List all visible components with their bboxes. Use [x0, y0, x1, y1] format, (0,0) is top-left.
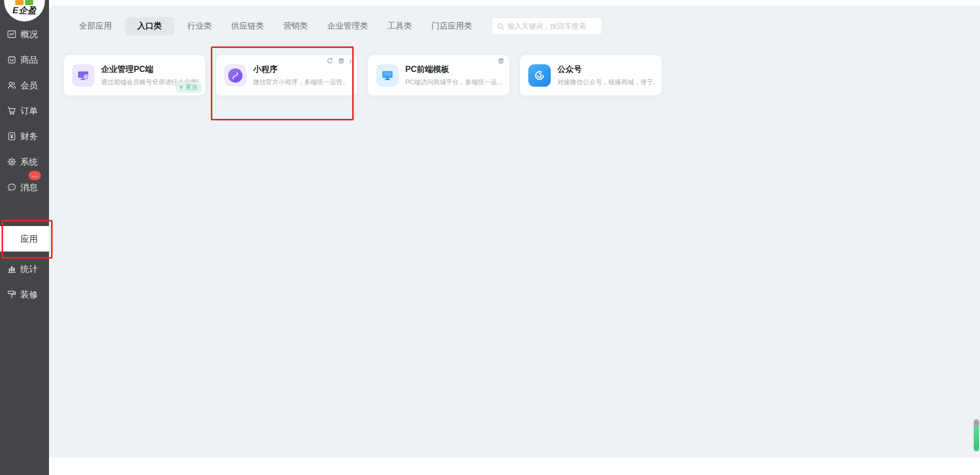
official-account-app-icon — [528, 64, 551, 87]
tab-store-apps-category[interactable]: 门店应用类 — [425, 17, 478, 35]
music-note-icon[interactable]: ♪ — [349, 58, 353, 64]
mini-program-logo-circle — [228, 68, 242, 83]
app-card-mini-program[interactable]: ♪ 小程序 微信官方小程序，多端统一运营。 — [216, 55, 357, 95]
sidebar-item-stats[interactable]: 统计 — [0, 256, 49, 282]
sidebar-item-label: 商品 — [20, 54, 38, 66]
sidebar-item-apps[interactable]: 应用 — [0, 226, 49, 252]
sidebar: E企盈 概况 商品 会员 — [0, 0, 49, 475]
sidebar-item-goods[interactable]: 商品 — [0, 47, 49, 72]
search-icon — [497, 22, 505, 31]
sidebar-item-label: 系统 — [20, 156, 38, 168]
trash-icon[interactable] — [498, 58, 504, 64]
tab-tools-category[interactable]: 工具类 — [381, 17, 418, 35]
pc-template-app-icon — [376, 64, 399, 87]
app-card-title: 小程序 — [253, 64, 349, 75]
sidebar-item-label: 订单 — [20, 105, 38, 117]
pin-top-label: 置顶 — [185, 83, 198, 92]
trash-icon[interactable] — [338, 58, 345, 64]
apps-grid-icon — [7, 234, 17, 244]
pin-top-icon — [179, 85, 184, 90]
refresh-icon[interactable] — [327, 58, 333, 64]
sidebar-spacer — [0, 200, 49, 226]
card-text: PC前端模板 PC端访问商城平台，多端统一运... — [405, 64, 502, 87]
pin-top-badge: 置顶 — [176, 82, 202, 93]
app-card-official-account[interactable]: 公众号 对接微信公众号，链接商城，便于... — [520, 55, 662, 95]
app-card-desc: PC端访问商城平台，多端统一运... — [405, 78, 502, 87]
brand-logo: E企盈 — [4, 0, 45, 21]
sidebar-item-label: 消息 — [20, 182, 38, 193]
scrollbar-thumb-cap — [974, 419, 979, 427]
tab-supply-chain-category[interactable]: 供应链类 — [225, 17, 270, 35]
sidebar-item-orders[interactable]: 订单 — [0, 98, 49, 123]
sidebar-item-overview[interactable]: 概况 — [0, 21, 49, 47]
app-card-title: PC前端模板 — [405, 64, 502, 75]
app-card-title: 企业管理PC端 — [101, 64, 199, 75]
card-text: 公众号 对接微信公众号，链接商城，便于... — [557, 64, 655, 87]
content-panel: 全部应用 入口类 行业类 供应链类 营销类 企业管理类 工具类 门店应用类 企业… — [49, 6, 980, 458]
card-action-icons — [498, 58, 504, 64]
sidebar-item-system[interactable]: 系统 — [0, 149, 49, 174]
tab-industry-category[interactable]: 行业类 — [181, 17, 218, 35]
brand-logo-text: E企盈 — [4, 5, 45, 16]
app-card-desc: 微信官方小程序，多端统一运营。 — [253, 78, 349, 87]
search-input[interactable] — [507, 18, 600, 34]
sidebar-item-messages[interactable]: 消息 … — [0, 174, 49, 200]
sidebar-nav: 概况 商品 会员 订单 — [0, 21, 49, 307]
members-icon — [7, 80, 17, 90]
tab-marketing-category[interactable]: 营销类 — [277, 17, 314, 35]
sidebar-item-finance[interactable]: 财务 — [0, 123, 49, 149]
sidebar-item-label: 会员 — [20, 80, 38, 91]
sidebar-item-decorate[interactable]: 装修 — [0, 282, 49, 307]
goods-icon — [7, 55, 17, 65]
sidebar-item-label: 概况 — [20, 29, 38, 40]
bar-chart-icon — [7, 264, 17, 274]
message-count-badge: … — [29, 171, 41, 180]
tab-entry-category[interactable]: 入口类 — [125, 17, 174, 35]
finance-icon — [7, 131, 17, 141]
sidebar-item-label: 统计 — [20, 263, 38, 275]
sidebar-item-label: 财务 — [20, 131, 38, 142]
app-card-pc-template[interactable]: PC前端模板 PC端访问商城平台，多端统一运... — [368, 55, 509, 95]
paint-roller-icon — [7, 289, 17, 299]
app-card-desc: 对接微信公众号，链接商城，便于... — [557, 78, 655, 87]
enterprise-pc-app-icon — [72, 64, 94, 87]
orders-cart-icon — [7, 106, 17, 116]
tab-all-apps[interactable]: 全部应用 — [73, 17, 118, 35]
chat-bubble-icon — [7, 182, 17, 192]
card-action-icons: ♪ — [327, 58, 353, 64]
sidebar-item-label: 装修 — [20, 289, 38, 301]
sidebar-gap — [0, 252, 49, 256]
app-card-title: 公众号 — [557, 64, 655, 75]
card-text: 小程序 微信官方小程序，多端统一运营。 — [253, 64, 349, 87]
app-card-enterprise-pc[interactable]: 企业管理PC端 通过前端会员账号登录进行企业管理 置顶 — [64, 55, 205, 95]
sidebar-item-label: 应用 — [20, 233, 38, 245]
main-content: 全部应用 入口类 行业类 供应链类 营销类 企业管理类 工具类 门店应用类 企业… — [49, 0, 980, 475]
overview-icon — [7, 29, 17, 39]
scrollbar-thumb[interactable] — [974, 419, 979, 451]
mini-program-app-icon — [224, 64, 247, 87]
tab-enterprise-mgmt-category[interactable]: 企业管理类 — [321, 17, 374, 35]
category-tabbar: 全部应用 入口类 行业类 供应链类 营销类 企业管理类 工具类 门店应用类 — [73, 17, 485, 35]
scrollbar-thumb-green — [974, 427, 979, 451]
app-search-box — [492, 17, 602, 35]
gear-icon — [7, 157, 17, 167]
sidebar-item-members[interactable]: 会员 — [0, 72, 49, 98]
